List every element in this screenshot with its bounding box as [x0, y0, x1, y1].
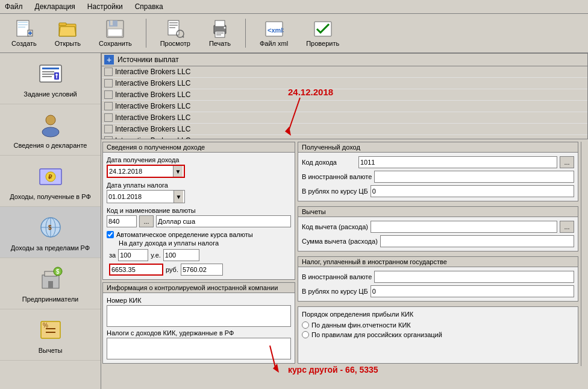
svg-point-38 [42, 127, 59, 137]
source-item[interactable]: Interactive Brokers LLC [102, 89, 587, 101]
deduct-code-btn[interactable]: ... [560, 221, 574, 233]
svg-rect-13 [108, 29, 122, 36]
code-btn[interactable]: ... [560, 156, 574, 168]
svg-text:курс другой - 66, 5335: курс другой - 66, 5335 [288, 365, 378, 375]
source-item[interactable]: Interactive Brokers LLC [102, 124, 587, 135]
foreign-tax-rub-input[interactable] [371, 285, 574, 297]
svg-rect-17 [169, 27, 175, 28]
svg-rect-8 [59, 23, 66, 25]
ue-input[interactable] [163, 249, 199, 261]
foreign-tax-rub-label: В рублях по курсу ЦБ [302, 288, 368, 295]
income-date-label: Дата получения дохода [107, 156, 291, 163]
rate-label: На дату дохода и уплаты налога [119, 239, 291, 247]
save-label: Сохранить [99, 40, 132, 47]
sidebar-item-business[interactable]: $ Предприниматели [0, 258, 101, 309]
create-icon [14, 19, 34, 39]
menu-help[interactable]: Справка [133, 1, 166, 12]
svg-line-19 [183, 36, 184, 37]
source-panel: + Источники выплат Interactive Brokers L… [101, 53, 588, 139]
kik-tax-input[interactable] [107, 338, 291, 359]
svg-rect-1 [18, 22, 28, 23]
source-item[interactable]: Interactive Brokers LLC [102, 78, 587, 89]
svg-rect-23 [216, 33, 224, 34]
tax-date-value: 01.01.2018 [108, 193, 142, 200]
sidebar-item-income-abroad[interactable]: $ Доходы за пределами РФ [0, 207, 101, 258]
auto-checkbox[interactable] [107, 231, 114, 238]
source-header-label: Источники выплат [117, 55, 179, 64]
business-icon: $ [36, 264, 65, 293]
sidebar-item-deductions[interactable]: % Вычеты [0, 309, 101, 361]
income-abroad-icon: $ [36, 213, 65, 242]
svg-rect-16 [169, 25, 178, 26]
za-input[interactable] [118, 249, 148, 261]
income-date-arrow[interactable]: ▼ [173, 166, 183, 177]
kik-profit-section: Порядок определения прибыли КИК По данны… [298, 306, 578, 364]
source-item-icon [104, 68, 113, 76]
tax-date-arrow[interactable]: ▼ [174, 191, 183, 203]
source-item-icon [104, 125, 113, 133]
person-icon [36, 110, 65, 139]
svg-rect-31 [42, 71, 54, 72]
menu-settings[interactable]: Настройки [85, 1, 125, 12]
source-item[interactable]: Interactive Brokers LLC [102, 112, 587, 124]
sidebar-item-conditions[interactable]: Задание условий [0, 53, 101, 104]
foreign-tax-input[interactable] [374, 271, 574, 283]
foreign-label: В иностранной валюте [302, 173, 372, 180]
scrollbar[interactable] [581, 142, 587, 366]
open-label: Открыть [55, 40, 81, 47]
xml-icon: <xml> [264, 19, 284, 39]
save-button[interactable]: Сохранить [92, 16, 139, 50]
source-item[interactable]: Interactive Brokers LLC [102, 101, 587, 112]
foreign-input[interactable] [374, 171, 574, 183]
income-date-dropdown[interactable]: 24.12.2018 ▼ [107, 165, 185, 178]
code-input[interactable] [358, 156, 557, 168]
income-rf-icon: ₽ [36, 162, 65, 191]
open-button[interactable]: Открыть [48, 16, 87, 50]
deduct-sum-input[interactable] [380, 235, 574, 247]
foreign-tax-title: Налог, уплаченный в иностранном государс… [298, 257, 578, 267]
profit-label: Порядок определения прибыли КИК [302, 311, 574, 318]
auto-checkbox-label: Автоматическое определение курса валюты [116, 231, 253, 238]
preview-button[interactable]: Просмотр [154, 16, 197, 50]
deduct-code-input[interactable] [371, 221, 557, 233]
open-icon [58, 19, 77, 39]
amount-input[interactable] [109, 264, 163, 276]
sidebar: Задание условий Сведения о декларанте ₽ … [0, 53, 101, 389]
menubar: Файл Декларация Настройки Справка [0, 0, 588, 14]
sidebar-item-business-label: Предприниматели [22, 296, 78, 303]
amount-rub-input[interactable] [181, 264, 223, 276]
menu-file[interactable]: Файл [2, 1, 25, 12]
svg-text:<xml>: <xml> [267, 27, 284, 34]
sidebar-item-income-rf[interactable]: ₽ Доходы, полученные в РФ [0, 156, 101, 207]
source-item[interactable]: Interactive Brokers LLC [102, 135, 587, 139]
radio-fin-reports[interactable] [302, 321, 309, 329]
source-list: Interactive Brokers LLC Interactive Brok… [102, 66, 587, 139]
check-button[interactable]: Проверить [299, 16, 346, 50]
svg-text:$: $ [56, 268, 60, 275]
sidebar-item-declarant[interactable]: Сведения о декларанте [0, 104, 101, 156]
source-item-icon [104, 90, 113, 99]
create-button[interactable]: Создать [5, 16, 43, 50]
sidebar-item-income-abroad-label: Доходы за пределами РФ [11, 244, 90, 251]
menu-declaration[interactable]: Декларация [33, 1, 78, 12]
tax-date-dropdown[interactable]: 01.01.2018 ▼ [107, 190, 185, 203]
sidebar-item-deductions-label: Вычеты [39, 347, 63, 354]
currency-code-btn[interactable]: ... [139, 215, 154, 227]
add-source-button[interactable]: + [104, 55, 114, 65]
currency-name-input[interactable] [156, 215, 291, 227]
source-header: + Источники выплат [102, 54, 587, 66]
xml-button[interactable]: <xml> Файл xml [253, 16, 295, 50]
svg-point-25 [224, 27, 225, 29]
radio-russian-rules[interactable] [302, 331, 309, 338]
main-container: Задание условий Сведения о декларанте ₽ … [0, 53, 588, 389]
received-income-title: Полученный доход [298, 142, 578, 153]
radio-russian-label: По правилам для российских организаций [311, 331, 442, 338]
print-button[interactable]: Печать [202, 16, 238, 50]
toolbar-separator-1 [146, 19, 146, 48]
source-item[interactable]: Interactive Brokers LLC [102, 66, 587, 78]
currency-code-input[interactable] [107, 215, 137, 227]
deduct-code-label: Код вычета (расхода) [302, 223, 368, 230]
content-area: + Источники выплат Interactive Brokers L… [101, 53, 588, 389]
kik-number-input[interactable] [107, 305, 291, 327]
rub-cb-input[interactable] [371, 185, 574, 197]
